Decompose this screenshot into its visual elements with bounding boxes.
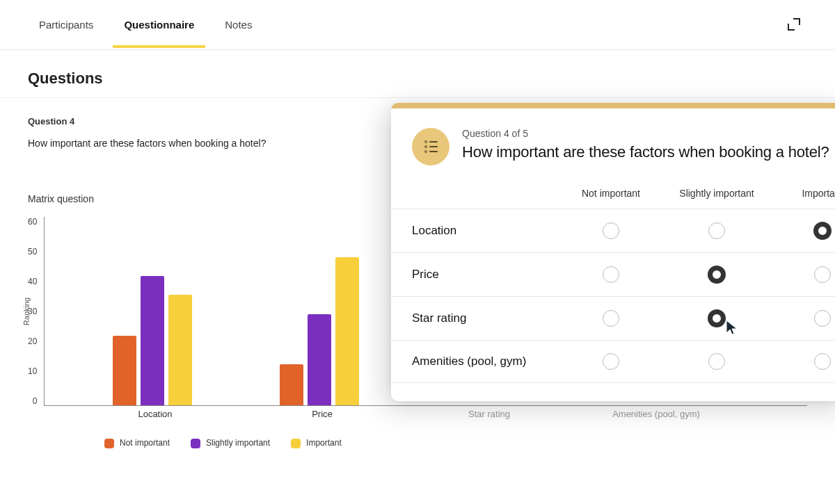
section-heading: Questions	[0, 50, 835, 98]
matrix-row: Price	[391, 253, 835, 297]
y-axis-title: Ranking	[22, 298, 31, 325]
y-tick: 40	[28, 277, 37, 286]
matrix-row-label: Location	[412, 224, 558, 238]
radio-button[interactable]	[603, 353, 619, 370]
column-header: Slightly important	[664, 188, 770, 199]
question-progress: Question 4 of 5	[462, 128, 829, 139]
matrix-table: Not important Slightly important Importa…	[391, 179, 835, 401]
radio-button[interactable]	[814, 266, 831, 283]
matrix-cell	[664, 222, 770, 239]
tabs: Participants Questionnaire Notes	[0, 0, 835, 50]
radio-button[interactable]	[814, 310, 831, 327]
bar	[113, 336, 136, 405]
matrix-question-icon	[412, 128, 450, 165]
x-axis: LocationPriceStar ratingAmenities (pool,…	[47, 406, 807, 421]
bar-group	[113, 276, 192, 405]
legend-item: Not important	[104, 438, 170, 448]
bar-group	[280, 257, 359, 405]
x-tick-label: Location	[138, 409, 172, 419]
matrix-cell	[664, 266, 770, 284]
overlay-accent-bar	[391, 103, 835, 108]
matrix-cell	[664, 309, 770, 327]
matrix-cell	[664, 353, 770, 370]
radio-button[interactable]	[708, 353, 725, 370]
matrix-row: Amenities (pool, gym)	[391, 341, 835, 383]
radio-button[interactable]	[603, 222, 619, 239]
question-overlay: Question 4 of 5 How important are these …	[391, 103, 835, 401]
matrix-row: Star rating	[391, 297, 835, 341]
matrix-row: Location	[391, 209, 835, 253]
overlay-question-text: How important are these factors when boo…	[462, 143, 829, 161]
tab-questionnaire[interactable]: Questionnaire	[113, 2, 205, 47]
matrix-row-label: Star rating	[412, 311, 558, 325]
matrix-row-label: Amenities (pool, gym)	[412, 355, 558, 368]
radio-button[interactable]	[813, 222, 832, 240]
swatch-icon	[104, 439, 114, 448]
legend-item: Slightly important	[191, 438, 270, 448]
radio-button[interactable]	[708, 222, 725, 239]
y-tick: 50	[28, 247, 37, 257]
radio-button[interactable]	[708, 266, 726, 284]
legend-label: Important	[306, 438, 342, 448]
legend-item: Important	[291, 438, 342, 448]
cursor-icon	[725, 319, 739, 336]
y-tick: 0	[33, 396, 38, 406]
radio-button[interactable]	[603, 310, 619, 327]
legend-label: Slightly important	[206, 438, 270, 448]
expand-icon[interactable]	[788, 18, 800, 31]
column-header: Not important	[558, 188, 664, 199]
y-tick: 20	[28, 336, 37, 346]
tab-notes[interactable]: Notes	[214, 2, 263, 47]
legend-label: Not important	[120, 438, 170, 448]
matrix-cell	[558, 353, 664, 370]
y-tick: 60	[28, 217, 37, 227]
bar	[280, 364, 303, 405]
radio-button[interactable]	[603, 266, 619, 283]
column-header: Important	[770, 188, 835, 199]
matrix-cell	[558, 266, 664, 283]
tab-participants[interactable]: Participants	[28, 2, 104, 47]
bar	[335, 257, 359, 405]
matrix-cell	[770, 353, 835, 370]
x-tick-label: Amenities (pool, gym)	[612, 409, 700, 419]
bar	[141, 276, 164, 405]
radio-button[interactable]	[814, 353, 831, 370]
bar	[168, 295, 192, 405]
matrix-row-label: Price	[412, 268, 558, 282]
matrix-cell	[770, 222, 835, 240]
y-axis: Ranking 60 50 40 30 20 10 0	[28, 217, 44, 406]
y-tick: 10	[28, 366, 37, 376]
x-tick-label: Price	[312, 409, 333, 419]
swatch-icon	[191, 439, 200, 448]
bar	[308, 314, 331, 405]
matrix-cell	[558, 310, 664, 327]
matrix-cell	[770, 266, 835, 283]
matrix-cell	[558, 222, 664, 239]
legend: Not important Slightly important Importa…	[28, 421, 807, 448]
x-tick-label: Star rating	[468, 409, 510, 419]
radio-button[interactable]	[708, 309, 726, 327]
swatch-icon	[291, 439, 301, 448]
matrix-cell	[770, 310, 835, 327]
